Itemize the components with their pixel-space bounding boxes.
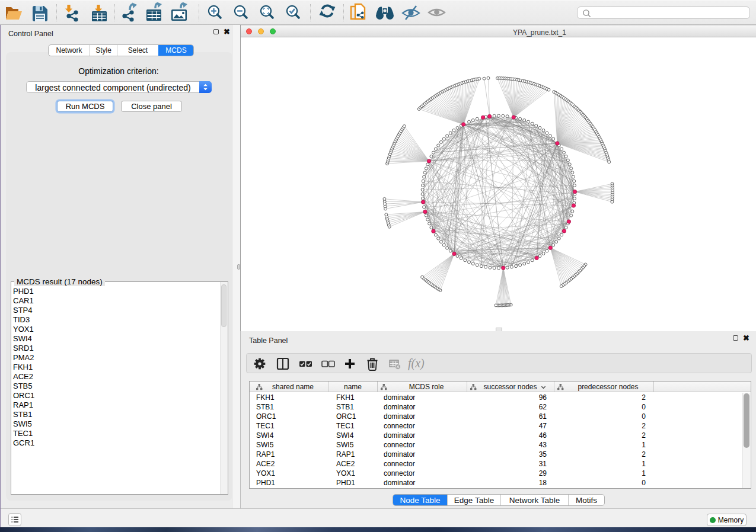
svg-text:f(x): f(x) [408,357,425,370]
